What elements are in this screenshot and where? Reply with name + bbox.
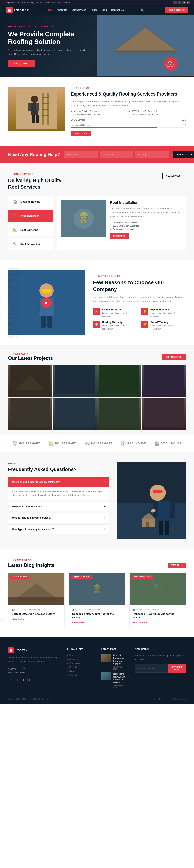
blog-grid: January 21, 2019 👤 By Admin 🏷️ Modified …	[8, 573, 186, 627]
portfolio-tag: PORTFOLIO	[8, 353, 53, 355]
blog-read-more-1[interactable]: READ MORE ›	[11, 618, 61, 620]
why-feature-warranty: 🛡️ Roofing Warranty Lorem ipsum dolor si…	[93, 321, 138, 330]
footer-post-2-title: Rebecca's New Album Aid for the Needy	[113, 672, 127, 684]
footer-linkedin-icon[interactable]: in	[21, 677, 26, 682]
faq-question-1[interactable]: Where should I incorporate my business? …	[8, 477, 109, 487]
blog-date-2: September 20, 2019	[71, 575, 92, 579]
faq-question-2[interactable]: How can I safety use this? +	[8, 502, 109, 511]
nav-pages[interactable]: Pages	[90, 9, 98, 11]
footer-post-2-img	[101, 672, 111, 680]
newsletter-input[interactable]	[135, 664, 168, 673]
partner-3-icon: 🏘️	[84, 441, 90, 446]
cta-name-input[interactable]	[64, 151, 98, 158]
footer-googleplus-icon[interactable]: g+	[27, 677, 33, 682]
svg-rect-57	[146, 522, 149, 527]
newsletter-button[interactable]: SUBSCRIBE NOW	[168, 664, 186, 673]
portfolio-item-4[interactable]: Modified Roofing	[142, 365, 186, 397]
faq-image	[117, 462, 186, 539]
partner-4-icon: 🏠	[121, 441, 126, 446]
nav-contact[interactable]: Contact Us	[111, 9, 124, 11]
progress-professional-fill	[71, 127, 157, 128]
portfolio-item-5[interactable]: Roof Renovation	[8, 398, 52, 431]
about-button[interactable]: ABOUT US ›	[71, 131, 90, 136]
award-winning-title: Award Winning	[150, 321, 186, 324]
award-winning-desc: Lorem ipsum dolor sit amet consectetur.	[150, 324, 186, 330]
cta-email-input[interactable]	[100, 151, 133, 158]
linkedin-icon[interactable]: in	[182, 1, 186, 4]
hero-title: We Provide Complete Roofing Solution	[8, 30, 89, 45]
footer-link-home[interactable]: Home	[67, 654, 93, 656]
hero-content: PROFESSIONAL ROOF REPAIR We Provide Comp…	[0, 16, 97, 77]
email-info: info@rooftek.com	[4, 1, 20, 4]
progress-professional-label: Professional Services	[71, 124, 90, 126]
service-modified-roofing[interactable]: 🏠 Modified Roofing	[8, 196, 53, 208]
footer-terms-link[interactable]: Terms & Conditions	[153, 698, 170, 700]
hero-quote-button[interactable]: GET A QUOTE ›	[8, 60, 34, 67]
blog-meta-2: 👤 By Admin 🏷️ Roof Installation	[72, 609, 122, 611]
services-tag: OUR SERVICES	[8, 173, 61, 175]
service-roof-installation[interactable]: 🔨 Roof Installation	[8, 210, 53, 222]
footer-link-blog[interactable]: Blog	[67, 670, 93, 672]
cta-inputs	[64, 151, 169, 158]
svg-rect-52	[159, 521, 163, 535]
menu-icon[interactable]: ☰	[146, 8, 148, 12]
roofing-warranty-desc: Lorem ipsum dolor sit amet consectetur.	[102, 324, 138, 330]
portfolio-item-1[interactable]: Roof Renovation	[8, 365, 52, 397]
footer-link-contact[interactable]: Contact Us	[67, 674, 93, 676]
nav-services[interactable]: Our Services	[71, 9, 86, 11]
blog-date-3: September 21, 2019	[132, 575, 153, 579]
blog-read-more-3[interactable]: READ MORE ›	[133, 621, 183, 624]
nav-icons: 🔍 ☰	[140, 8, 148, 12]
search-icon[interactable]: 🔍	[140, 8, 144, 12]
portfolio-overlay-6	[53, 398, 96, 431]
progress-quality-bar	[71, 122, 186, 122]
services-list: 🏠 Modified Roofing 🔨 Roof Installation 📐…	[8, 196, 53, 250]
service-modified-roofing-label: Modified Roofing	[20, 200, 40, 203]
svg-rect-13	[28, 103, 31, 111]
service-read-more-button[interactable]: READ MORE	[110, 234, 129, 239]
why-features-grid: 🏗️ Quality Materials Lorem ipsum dolor s…	[93, 308, 186, 330]
footer-contact: 📞 (884) 111-2345 ✉ info@rooftek.com	[8, 667, 59, 675]
get-quote-button[interactable]: GET A QUOTE	[165, 7, 188, 13]
blog-header: LATEST BLOG Latest Blog Insights VIEW AL…	[8, 559, 186, 568]
facebook-icon[interactable]: f	[173, 1, 176, 4]
footer-link-services[interactable]: Our Services	[67, 662, 93, 664]
footer-posts-title: Latest Post	[101, 647, 127, 651]
footer-facebook-icon[interactable]: f	[8, 677, 13, 682]
nav-blog[interactable]: Blog	[102, 9, 107, 11]
googleplus-icon[interactable]: g+	[187, 1, 190, 4]
twitter-icon[interactable]: t	[178, 1, 181, 4]
portfolio-item-3[interactable]: Roof Installation	[98, 365, 141, 397]
cta-submit-button[interactable]: SUBMIT REQUEST	[173, 151, 194, 158]
footer-newsletter-title: Newsletter	[135, 647, 186, 651]
footer-privacy-link[interactable]: Privacy Policy	[173, 698, 186, 700]
footer-twitter-icon[interactable]: t	[15, 677, 20, 682]
portfolio-overlay-8	[142, 398, 186, 431]
logo[interactable]: Rooftek	[6, 7, 29, 13]
faq-answer-1: It is a long established fact that a rea…	[8, 487, 109, 500]
footer-link-about[interactable]: About Us	[67, 658, 93, 660]
portfolio-item-6[interactable]: Roof Cornering	[53, 398, 96, 431]
service-roof-renovation[interactable]: 🔧 Roof Renovation	[8, 238, 53, 250]
nav-home[interactable]: Home	[46, 9, 52, 11]
portfolio-item-2[interactable]: Roof Cornering	[53, 365, 96, 397]
play-button[interactable]: ▶	[41, 298, 52, 308]
services-title: Delivering High QualityRoof Services	[8, 177, 61, 190]
about-desc: It is a long established fact that a rea…	[71, 99, 186, 107]
faq-question-3[interactable]: What is included in your services? +	[8, 513, 109, 523]
portfolio-item-7[interactable]: Roof Installation	[98, 398, 141, 431]
footer-post-2-content: Rebecca's New Album Aid for the Needy Se…	[113, 672, 127, 688]
all-services-button[interactable]: ALL SERVICES ›	[163, 173, 186, 179]
progress-professional-bar	[71, 127, 186, 128]
faq-question-4[interactable]: What type of company is measured? +	[8, 525, 109, 534]
portfolio-item-8[interactable]: Modified Roofing	[142, 398, 186, 431]
cta-message-input[interactable]	[135, 151, 169, 158]
all-projects-button[interactable]: ALL PROJECTS ›	[162, 354, 186, 360]
footer-link-portfolio[interactable]: Portfolio	[67, 666, 93, 668]
nav-about[interactable]: About Us	[57, 9, 67, 11]
service-roof-cornering[interactable]: 📐 Roof Cornering	[8, 224, 53, 236]
blog-read-more-2[interactable]: READ MORE ›	[72, 621, 122, 624]
partner-1-name: HOUSESMART	[19, 442, 40, 445]
svg-text:🔨: 🔨	[153, 584, 163, 593]
view-all-button[interactable]: VIEW ALL ›	[168, 562, 186, 568]
